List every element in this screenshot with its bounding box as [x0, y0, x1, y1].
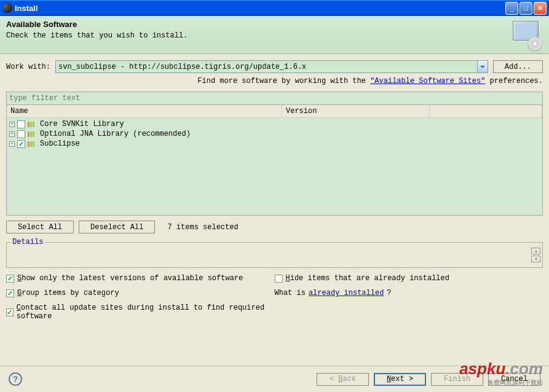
- show-latest-checkbox[interactable]: [6, 275, 14, 283]
- contact-sites-label: Contact all update sites during install …: [17, 304, 275, 321]
- workwith-combo[interactable]: [55, 60, 488, 73]
- close-button[interactable]: ✕: [534, 2, 547, 15]
- watermark: aspku.com 免费网页源码下载站: [459, 359, 543, 387]
- install-icon: [509, 20, 543, 50]
- wizard-footer: ? < Back Next > Finish Cancel aspku.com …: [0, 366, 549, 392]
- row-checkbox[interactable]: [17, 120, 25, 128]
- column-name[interactable]: Name: [7, 105, 282, 117]
- wizard-header: Available Software Check the items that …: [0, 16, 549, 54]
- row-checkbox[interactable]: [17, 140, 25, 148]
- workwith-input[interactable]: [56, 61, 477, 73]
- show-latest-label: Show only the latest versions of availab…: [17, 274, 243, 283]
- contact-sites-checkbox[interactable]: [6, 308, 14, 316]
- row-label: Core SVNKit Library: [40, 120, 124, 128]
- scroll-down-icon[interactable]: ▾: [531, 256, 540, 262]
- feature-icon: [28, 131, 38, 138]
- table-header: Name Version: [7, 105, 542, 118]
- deselect-all-button[interactable]: Deselect All: [79, 221, 155, 233]
- column-version[interactable]: Version: [282, 105, 430, 117]
- column-extra: [430, 105, 542, 117]
- group-category-checkbox[interactable]: [6, 289, 14, 297]
- software-table: Name Version + Core SVNKit Library + Opt…: [6, 105, 543, 216]
- filter-input[interactable]: [6, 92, 543, 105]
- scroll-up-icon[interactable]: ▴: [531, 248, 540, 254]
- hide-installed-checkbox[interactable]: [275, 275, 283, 283]
- page-subtitle: Check the items that you wish to install…: [6, 31, 509, 40]
- next-button[interactable]: Next >: [374, 373, 426, 386]
- minimize-button[interactable]: _: [505, 2, 518, 15]
- hide-installed-label: Hide items that are already installed: [286, 274, 449, 283]
- sites-hint: Find more software by working with the "…: [6, 77, 543, 85]
- row-label: Subclipse: [40, 139, 80, 148]
- expand-icon[interactable]: +: [9, 122, 15, 127]
- available-sites-link[interactable]: "Available Software Sites": [370, 77, 485, 85]
- help-icon[interactable]: ?: [9, 372, 22, 386]
- expand-icon[interactable]: +: [9, 141, 15, 147]
- window-title: Install: [15, 4, 505, 13]
- details-legend: Details: [10, 238, 45, 246]
- maximize-button[interactable]: □: [519, 2, 532, 15]
- row-checkbox[interactable]: [17, 130, 25, 138]
- details-group: Details ▴ ▾: [6, 242, 543, 268]
- feature-icon: [28, 141, 38, 147]
- workwith-label: Work with:: [6, 63, 50, 71]
- already-installed-hint: What is already installed?: [275, 289, 543, 297]
- already-installed-link[interactable]: already installed: [309, 289, 384, 297]
- table-row[interactable]: + Optional JNA Library (recommended): [7, 129, 542, 139]
- group-category-label: Group items by category: [17, 289, 119, 297]
- table-row[interactable]: + Subclipse: [7, 139, 542, 149]
- back-button: < Back: [317, 373, 369, 386]
- selection-count: 7 items selected: [167, 223, 238, 232]
- expand-icon[interactable]: +: [9, 131, 15, 137]
- row-label: Optional JNA Library (recommended): [40, 130, 191, 138]
- eclipse-icon: [2, 3, 12, 13]
- chevron-down-icon[interactable]: [477, 61, 488, 73]
- feature-icon: [28, 121, 38, 128]
- table-row[interactable]: + Core SVNKit Library: [7, 119, 542, 129]
- add-button[interactable]: Add...: [493, 60, 543, 73]
- page-title: Available Software: [6, 20, 509, 29]
- titlebar: Install _ □ ✕: [0, 0, 549, 16]
- select-all-button[interactable]: Select All: [6, 221, 74, 233]
